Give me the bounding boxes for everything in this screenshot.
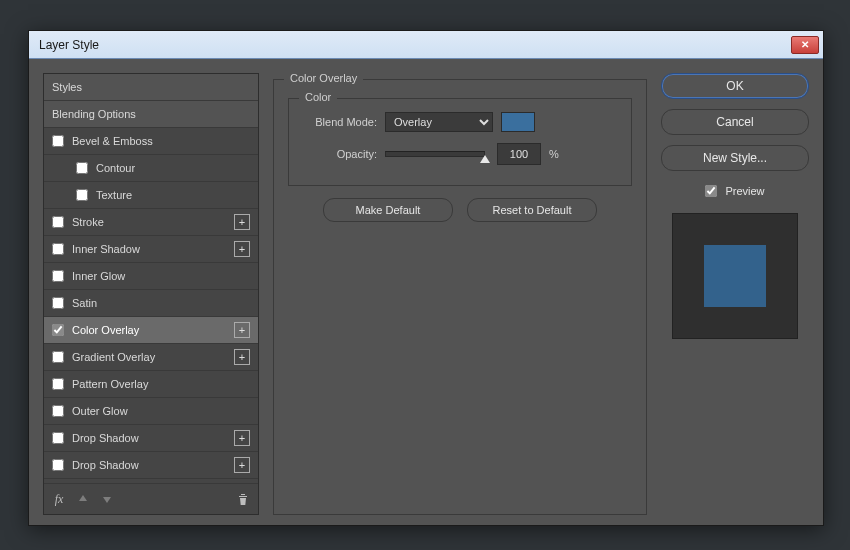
blend-mode-label: Blend Mode: — [301, 116, 377, 128]
color-overlay-group: Color Overlay Color Blend Mode: Overlay … — [273, 79, 647, 515]
new-style-button[interactable]: New Style... — [661, 145, 809, 171]
dialog-title: Layer Style — [39, 38, 99, 52]
style-checkbox[interactable] — [76, 189, 88, 201]
opacity-row: Opacity: % — [301, 141, 619, 167]
styles-footer: fx — [44, 483, 258, 514]
style-row[interactable]: Bevel & Emboss — [44, 128, 258, 155]
style-checkbox[interactable] — [52, 216, 64, 228]
styles-panel: Styles Blending Options Bevel & EmbossCo… — [43, 73, 259, 515]
style-label: Inner Glow — [72, 270, 125, 282]
style-checkbox[interactable] — [52, 432, 64, 444]
style-checkbox[interactable] — [52, 297, 64, 309]
style-label: Texture — [96, 189, 132, 201]
color-swatch[interactable] — [501, 112, 535, 132]
right-column: OK Cancel New Style... Preview — [661, 73, 809, 515]
style-checkbox[interactable] — [76, 162, 88, 174]
style-label: Satin — [72, 297, 97, 309]
color-group-title: Color — [299, 91, 337, 103]
style-row[interactable]: Contour — [44, 155, 258, 182]
style-row[interactable]: Inner Shadow+ — [44, 236, 258, 263]
blending-options-label: Blending Options — [52, 108, 136, 120]
style-checkbox[interactable] — [52, 378, 64, 390]
preview-label: Preview — [725, 185, 764, 197]
close-icon: ✕ — [801, 40, 809, 50]
style-checkbox[interactable] — [52, 243, 64, 255]
add-effect-icon[interactable]: + — [234, 241, 250, 257]
add-effect-icon[interactable]: + — [234, 349, 250, 365]
add-effect-icon[interactable]: + — [234, 457, 250, 473]
style-label: Bevel & Emboss — [72, 135, 153, 147]
arrow-down-icon[interactable] — [100, 492, 114, 506]
make-default-button[interactable]: Make Default — [323, 198, 453, 222]
preview-swatch — [704, 245, 766, 307]
style-checkbox[interactable] — [52, 270, 64, 282]
opacity-unit: % — [549, 148, 559, 160]
style-label: Inner Shadow — [72, 243, 140, 255]
preview-checkbox[interactable] — [705, 185, 717, 197]
close-button[interactable]: ✕ — [791, 36, 819, 54]
fx-icon[interactable]: fx — [52, 492, 66, 506]
style-label: Drop Shadow — [72, 459, 139, 471]
titlebar[interactable]: Layer Style ✕ — [29, 31, 823, 59]
add-effect-icon[interactable]: + — [234, 322, 250, 338]
style-row[interactable]: Color Overlay+ — [44, 317, 258, 344]
add-effect-icon[interactable]: + — [234, 430, 250, 446]
style-label: Color Overlay — [72, 324, 139, 336]
style-checkbox[interactable] — [52, 135, 64, 147]
trash-icon[interactable] — [236, 492, 250, 506]
reset-default-button[interactable]: Reset to Default — [467, 198, 597, 222]
default-buttons-row: Make Default Reset to Default — [288, 198, 632, 222]
style-row[interactable]: Drop Shadow+ — [44, 452, 258, 479]
group-title: Color Overlay — [284, 72, 363, 84]
cancel-button[interactable]: Cancel — [661, 109, 809, 135]
style-label: Outer Glow — [72, 405, 128, 417]
style-row[interactable]: Stroke+ — [44, 209, 258, 236]
arrow-up-icon[interactable] — [76, 492, 90, 506]
style-checkbox[interactable] — [52, 405, 64, 417]
layer-style-dialog: Layer Style ✕ Styles Blending Options Be… — [28, 30, 824, 526]
style-label: Stroke — [72, 216, 104, 228]
slider-thumb-icon[interactable] — [480, 155, 490, 163]
opacity-slider[interactable] — [385, 151, 485, 157]
style-checkbox[interactable] — [52, 351, 64, 363]
style-row[interactable]: Drop Shadow+ — [44, 425, 258, 452]
ok-button[interactable]: OK — [661, 73, 809, 99]
style-row[interactable]: Outer Glow — [44, 398, 258, 425]
style-row[interactable]: Texture — [44, 182, 258, 209]
styles-list: Styles Blending Options Bevel & EmbossCo… — [44, 74, 258, 483]
preview-toggle-row: Preview — [661, 185, 809, 197]
style-checkbox[interactable] — [52, 324, 64, 336]
style-label: Contour — [96, 162, 135, 174]
opacity-label: Opacity: — [301, 148, 377, 160]
style-row[interactable]: Inner Glow — [44, 263, 258, 290]
style-row[interactable]: Gradient Overlay+ — [44, 344, 258, 371]
blend-mode-select[interactable]: Overlay — [385, 112, 493, 132]
styles-header[interactable]: Styles — [44, 74, 258, 101]
style-row[interactable]: Pattern Overlay — [44, 371, 258, 398]
styles-header-label: Styles — [52, 81, 82, 93]
style-row[interactable]: Satin — [44, 290, 258, 317]
dialog-body: Styles Blending Options Bevel & EmbossCo… — [29, 59, 823, 525]
style-label: Drop Shadow — [72, 432, 139, 444]
blend-mode-row: Blend Mode: Overlay — [301, 109, 619, 135]
opacity-field[interactable] — [497, 143, 541, 165]
color-inner-group: Color Blend Mode: Overlay Opacity: — [288, 98, 632, 186]
style-checkbox[interactable] — [52, 459, 64, 471]
style-label: Pattern Overlay — [72, 378, 148, 390]
add-effect-icon[interactable]: + — [234, 214, 250, 230]
blending-options-header[interactable]: Blending Options — [44, 101, 258, 128]
preview-box — [672, 213, 798, 339]
detail-panel: Color Overlay Color Blend Mode: Overlay … — [273, 73, 647, 515]
style-label: Gradient Overlay — [72, 351, 155, 363]
